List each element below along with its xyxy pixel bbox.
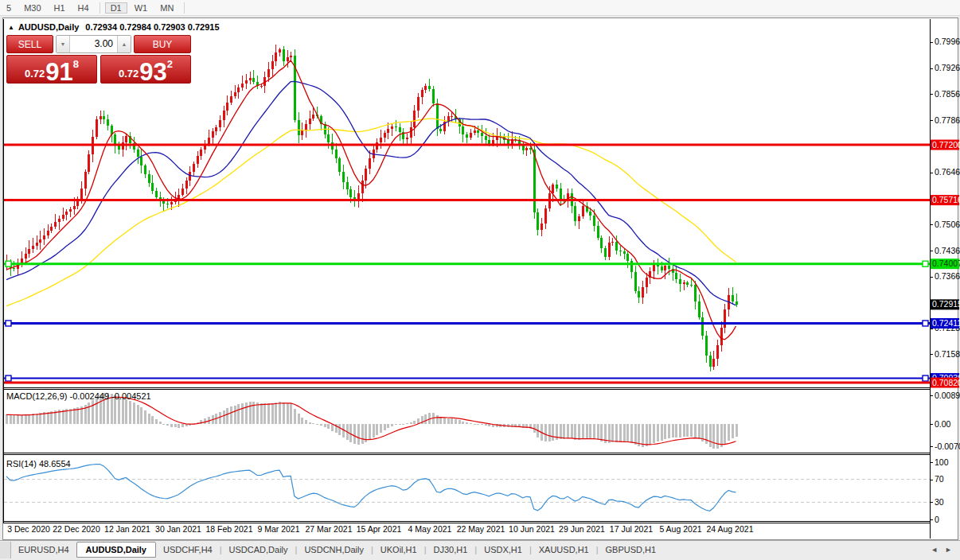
price-tag-0.75716: 0.75716: [931, 195, 960, 205]
ask-prefix: 0.72: [119, 68, 139, 80]
timeframe-button-5[interactable]: 5: [1, 2, 17, 14]
volume-increase-button[interactable]: ▲: [117, 36, 131, 52]
date-label: 22 May 2021: [457, 524, 505, 534]
rsi-indicator-label: RSI(14) 48.6554: [6, 459, 71, 469]
date-label: 10 Jun 2021: [509, 524, 555, 534]
hline-handle[interactable]: [6, 261, 11, 266]
date-label: 17 Jul 2021: [610, 524, 653, 534]
svg-text:0.72915: 0.72915: [932, 299, 960, 309]
one-click-trading-panel: SELL ▼ 3.00 ▲ BUY 0.72 91 8 0.72 93 2: [6, 35, 191, 84]
price-axis-label: 0.79260: [935, 63, 960, 72]
macd-axis-label: 0.00890: [935, 391, 960, 400]
tab-gbpusd-h1[interactable]: GBPUSD,H1: [599, 542, 664, 557]
price-axis-label: 0.74360: [935, 246, 960, 255]
tab-usdx-h1[interactable]: USDX,H1: [477, 542, 529, 557]
macd-indicator-label: MACD(12,26,9) -0.002449 -0.004521: [6, 391, 151, 401]
bid-big-digits: 91: [45, 62, 72, 83]
tab-list-corner: [0, 542, 11, 558]
svg-text:0.74007: 0.74007: [932, 259, 960, 268]
svg-text:0.75716: 0.75716: [932, 195, 960, 204]
ask-price-display[interactable]: 0.72 93 2: [100, 55, 191, 84]
chart-title: ▲AUDUSD,Daily0.72934 0.72984 0.72903 0.7…: [8, 22, 220, 32]
svg-text:0.72411: 0.72411: [932, 318, 960, 328]
price-axis-label: 0.76460: [935, 167, 960, 177]
timeframe-button-h4[interactable]: H4: [72, 2, 95, 14]
ask-big-digits: 93: [139, 62, 166, 83]
tab-usdcnh-daily[interactable]: USDCNH,Daily: [297, 542, 371, 557]
hline-handle[interactable]: [923, 375, 928, 381]
price-axis-label: 0.73660: [935, 271, 960, 281]
price-axis-label: 0.78560: [935, 89, 960, 99]
date-label: 9 Mar 2021: [257, 524, 299, 534]
macd-axis-label: -0.00701: [935, 441, 960, 451]
date-label: 4 May 2021: [408, 524, 452, 534]
hline-handle[interactable]: [6, 321, 11, 326]
date-label: 12 Jan 2021: [104, 524, 150, 534]
volume-decrease-button[interactable]: ▼: [57, 36, 70, 52]
date-label: 30 Jan 2021: [155, 524, 201, 534]
timeframe-button-m30[interactable]: M30: [18, 2, 46, 14]
rsi-axis-label: 70: [935, 474, 944, 484]
price-axis-label: 0.75060: [935, 220, 960, 229]
price-axis-label: 0.77860: [935, 115, 960, 125]
tab-ukoil-h1[interactable]: UKOil,H1: [373, 542, 424, 557]
hline-handle[interactable]: [923, 321, 928, 326]
current-price-tag: 0.72915: [931, 299, 960, 309]
buy-button[interactable]: BUY: [134, 35, 191, 53]
chart-ohlc-values: 0.72934 0.72984 0.72903 0.72915: [85, 22, 219, 32]
ask-pip-digit: 2: [167, 58, 173, 70]
price-axis-label: 0.79960: [935, 37, 960, 46]
timeframe-toolbar: 5M30H1H4D1W1MN: [0, 0, 960, 16]
volume-input[interactable]: 3.00: [70, 36, 117, 52]
symbol-tab-bar: EURUSD,H4AUDUSD,DailyUSDCHF,H4|USDCAD,Da…: [0, 540, 960, 558]
hline-handle[interactable]: [6, 375, 11, 381]
bid-prefix: 0.72: [25, 68, 45, 80]
rsi-axis-label: 100: [935, 457, 949, 467]
price-tag-0.70820: 0.70820: [931, 378, 960, 388]
bid-price-display[interactable]: 0.72 91 8: [6, 55, 97, 84]
tabs-scroll-right-icon[interactable]: ►: [945, 546, 952, 554]
collapse-triangle-icon[interactable]: ▲: [8, 24, 14, 31]
tab-xauusd-h1[interactable]: XAUUSD,H1: [532, 542, 596, 557]
timeframe-button-mn[interactable]: MN: [154, 2, 179, 14]
date-label: 22 Dec 2020: [53, 524, 100, 534]
date-label: 24 Aug 2021: [707, 524, 754, 534]
date-label: 15 Apr 2021: [357, 524, 402, 534]
date-label: 18 Feb 2021: [206, 524, 253, 534]
terminal-window: 0.799600.792600.785600.778600.764600.750…: [0, 0, 960, 560]
toolbar-separator: [100, 2, 100, 14]
date-label: 29 Jun 2021: [559, 524, 605, 534]
timeframe-button-w1[interactable]: W1: [129, 2, 154, 14]
price-tag-0.72411: 0.72411: [931, 318, 960, 329]
tab-usdcad-daily[interactable]: USDCAD,Daily: [222, 542, 295, 557]
price-axis-label: 0.71580: [935, 349, 960, 359]
timeframe-button-d1[interactable]: D1: [105, 2, 127, 14]
timeframe-button-h1[interactable]: H1: [49, 2, 71, 14]
toolbar-separator: [184, 2, 185, 14]
bid-pip-digit: 8: [73, 58, 79, 70]
rsi-axis-label: 0: [935, 515, 939, 524]
date-label: 27 Mar 2021: [306, 524, 353, 534]
tab-dj30-h1[interactable]: DJ30,H1: [427, 542, 475, 557]
rsi-axis-label: 30: [935, 497, 944, 507]
sell-button[interactable]: SELL: [6, 35, 53, 53]
date-label: 5 Aug 2021: [659, 524, 701, 534]
date-label: 3 Dec 2020: [7, 524, 50, 534]
tab-eurusd-h4[interactable]: EURUSD,H4: [11, 542, 76, 557]
macd-axis-label: 0.00: [935, 419, 951, 429]
chart-symbol-label: AUDUSD,Daily: [18, 22, 79, 32]
price-tag-0.74007: 0.74007: [931, 259, 960, 269]
tabs-scroll-left-icon[interactable]: ◄: [931, 546, 938, 554]
volume-stepper: ▼ 3.00 ▲: [56, 35, 131, 53]
svg-text:0.77200: 0.77200: [932, 140, 960, 150]
price-tag-0.77200: 0.77200: [931, 140, 960, 150]
tab-audusd-daily[interactable]: AUDUSD,Daily: [76, 542, 156, 558]
hline-handle[interactable]: [923, 261, 928, 266]
svg-text:0.70820: 0.70820: [932, 378, 960, 387]
tab-usdchf-h4[interactable]: USDCHF,H4: [156, 542, 220, 557]
